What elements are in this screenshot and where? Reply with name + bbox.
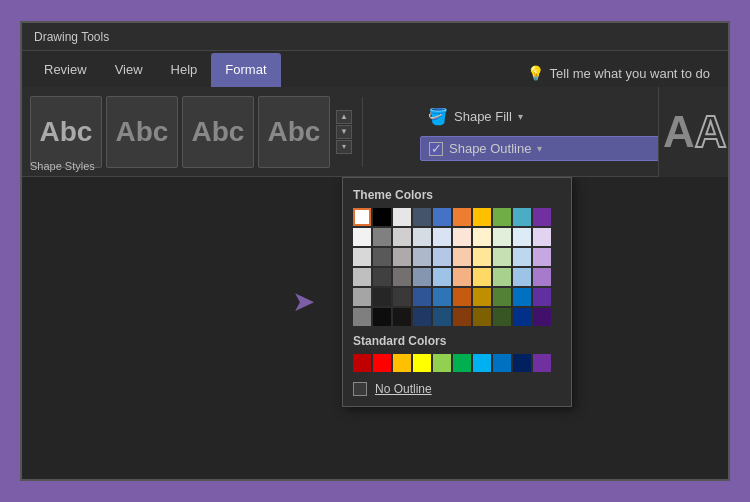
- color-white-5[interactable]: [353, 288, 371, 306]
- color-warmgray-2[interactable]: [393, 228, 411, 246]
- color-gold-1[interactable]: [473, 208, 491, 226]
- std-color-2[interactable]: [373, 354, 391, 372]
- color-orange-4[interactable]: [453, 268, 471, 286]
- color-orange-5[interactable]: [453, 288, 471, 306]
- std-color-10[interactable]: [533, 354, 551, 372]
- tell-me-label: Tell me what you want to do: [550, 66, 710, 81]
- color-warmgray-6[interactable]: [393, 308, 411, 326]
- std-color-6[interactable]: [453, 354, 471, 372]
- color-blue-2[interactable]: [433, 228, 451, 246]
- std-color-5[interactable]: [433, 354, 451, 372]
- color-warmgray-5[interactable]: [393, 288, 411, 306]
- color-col-9: [533, 208, 551, 326]
- tab-help[interactable]: Help: [157, 53, 212, 87]
- color-warmgray-1[interactable]: [393, 208, 411, 226]
- color-col-1: [373, 208, 391, 326]
- office-window: Drawing Tools Review View Help Format 💡 …: [20, 21, 730, 481]
- color-teal-4[interactable]: [513, 268, 531, 286]
- color-gold-6[interactable]: [473, 308, 491, 326]
- color-purple-2[interactable]: [533, 228, 551, 246]
- no-outline-checkbox[interactable]: [353, 382, 367, 396]
- color-gold-5[interactable]: [473, 288, 491, 306]
- color-orange-3[interactable]: [453, 248, 471, 266]
- shape-style-thumb-4[interactable]: Abc: [258, 96, 330, 168]
- std-color-1[interactable]: [353, 354, 371, 372]
- color-blue-1[interactable]: [433, 208, 451, 226]
- color-blue-5[interactable]: [433, 288, 451, 306]
- color-green-2[interactable]: [493, 228, 511, 246]
- color-teal-2[interactable]: [513, 228, 531, 246]
- color-green-3[interactable]: [493, 248, 511, 266]
- tab-review[interactable]: Review: [30, 53, 101, 87]
- color-gold-3[interactable]: [473, 248, 491, 266]
- ribbon-tabs: Review View Help Format 💡 Tell me what y…: [22, 51, 728, 87]
- color-dkblue-3[interactable]: [413, 248, 431, 266]
- color-dkblue-1[interactable]: [413, 208, 431, 226]
- std-color-4[interactable]: [413, 354, 431, 372]
- std-color-9[interactable]: [513, 354, 531, 372]
- std-color-8[interactable]: [493, 354, 511, 372]
- color-black-6[interactable]: [373, 308, 391, 326]
- color-black-5[interactable]: [373, 288, 391, 306]
- scroll-down-arrow[interactable]: ▼: [336, 125, 352, 139]
- color-teal-3[interactable]: [513, 248, 531, 266]
- tell-me-area[interactable]: 💡 Tell me what you want to do: [517, 65, 720, 87]
- color-col-6: [473, 208, 491, 326]
- lightbulb-icon: 💡: [527, 65, 544, 81]
- color-green-6[interactable]: [493, 308, 511, 326]
- color-purple-6[interactable]: [533, 308, 551, 326]
- scroll-expand-arrow[interactable]: ▾: [336, 140, 352, 154]
- color-white-6[interactable]: [353, 308, 371, 326]
- color-black-2[interactable]: [373, 228, 391, 246]
- shape-style-thumb-2[interactable]: Abc: [106, 96, 178, 168]
- scroll-arrows: ▲ ▼ ▾: [336, 110, 352, 154]
- shape-style-thumb-3[interactable]: Abc: [182, 96, 254, 168]
- color-teal-5[interactable]: [513, 288, 531, 306]
- color-teal-1[interactable]: [513, 208, 531, 226]
- color-black-4[interactable]: [373, 268, 391, 286]
- color-black-3[interactable]: [373, 248, 391, 266]
- color-white-3[interactable]: [353, 248, 371, 266]
- color-purple-1[interactable]: [533, 208, 551, 226]
- color-dkblue-4[interactable]: [413, 268, 431, 286]
- color-green-1[interactable]: [493, 208, 511, 226]
- color-purple-5[interactable]: [533, 288, 551, 306]
- color-orange-6[interactable]: [453, 308, 471, 326]
- color-blue-6[interactable]: [433, 308, 451, 326]
- color-teal-6[interactable]: [513, 308, 531, 326]
- color-dkblue-5[interactable]: [413, 288, 431, 306]
- fill-bucket-icon: 🪣: [428, 107, 448, 126]
- color-black-1[interactable]: [373, 208, 391, 226]
- color-green-5[interactable]: [493, 288, 511, 306]
- tab-view[interactable]: View: [101, 53, 157, 87]
- tab-format[interactable]: Format: [211, 53, 280, 87]
- drawing-tools-bar: Drawing Tools: [22, 23, 728, 51]
- ribbon-content: Abc Abc Abc Abc ▲ ▼ ▾ 🪣 Shape Fill ▾ ✓ S…: [22, 87, 728, 177]
- color-orange-2[interactable]: [453, 228, 471, 246]
- color-white-4[interactable]: [353, 268, 371, 286]
- color-gold-2[interactable]: [473, 228, 491, 246]
- color-purple-3[interactable]: [533, 248, 551, 266]
- no-outline-label[interactable]: No Outline: [375, 382, 432, 396]
- color-col-5: [453, 208, 471, 326]
- color-warmgray-4[interactable]: [393, 268, 411, 286]
- scroll-up-arrow[interactable]: ▲: [336, 110, 352, 124]
- color-orange-1[interactable]: [453, 208, 471, 226]
- theme-colors-title: Theme Colors: [353, 188, 561, 202]
- color-gold-4[interactable]: [473, 268, 491, 286]
- color-blue-3[interactable]: [433, 248, 451, 266]
- color-white-top[interactable]: [353, 208, 371, 226]
- color-dkblue-2[interactable]: [413, 228, 431, 246]
- color-dkblue-6[interactable]: [413, 308, 431, 326]
- std-color-3[interactable]: [393, 354, 411, 372]
- drawing-tools-title: Drawing Tools: [34, 30, 109, 44]
- color-white-2[interactable]: [353, 228, 371, 246]
- outline-dropdown-arrow: ▾: [537, 143, 542, 154]
- color-purple-4[interactable]: [533, 268, 551, 286]
- std-color-7[interactable]: [473, 354, 491, 372]
- color-picker-popup: Theme Colors: [342, 177, 572, 407]
- color-green-4[interactable]: [493, 268, 511, 286]
- shape-style-thumb-1[interactable]: Abc: [30, 96, 102, 168]
- color-warmgray-3[interactable]: [393, 248, 411, 266]
- color-blue-4[interactable]: [433, 268, 451, 286]
